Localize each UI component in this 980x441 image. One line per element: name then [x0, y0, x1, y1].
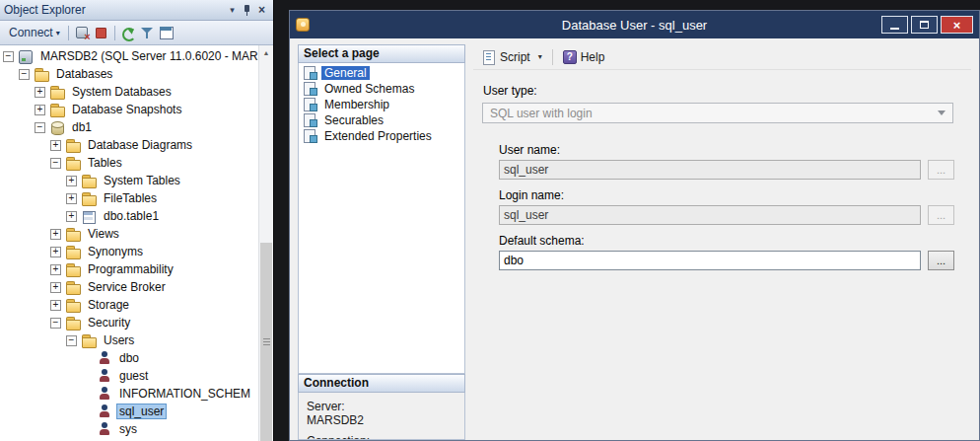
tree-item-users[interactable]: −Users [0, 331, 273, 349]
tree-item-sql-user[interactable]: sql_user [0, 403, 273, 420]
tree-item-filetables[interactable]: +FileTables [0, 189, 273, 207]
user-type-dropdown[interactable]: SQL user with login [482, 103, 953, 123]
help-button[interactable]: ? Help [559, 48, 609, 66]
user-name-input[interactable] [499, 160, 921, 180]
page-list: GeneralOwned SchemasMembershipSecurables… [298, 63, 465, 374]
dialog-body: Select a page GeneralOwned SchemasMember… [290, 38, 979, 440]
user-type-value: SQL user with login [490, 107, 938, 120]
collapse-icon[interactable]: − [50, 318, 61, 329]
database-user-dialog: Database User - sql_user × Select a page… [289, 10, 980, 441]
chevron-down-icon[interactable]: ▾ [225, 3, 240, 18]
user-name-browse-button[interactable]: ... [928, 160, 954, 180]
tree-item-databases[interactable]: −Databases [0, 65, 273, 83]
minimize-button[interactable] [881, 16, 908, 34]
expand-icon[interactable]: + [50, 140, 61, 151]
tree-item-guest[interactable]: guest [0, 367, 273, 385]
collapse-icon[interactable]: − [3, 51, 14, 62]
scrollbar-thumb[interactable] [260, 243, 272, 441]
tree-item-storage[interactable]: +Storage [0, 296, 273, 314]
folder-icon [34, 67, 49, 81]
tree-item-dbo-table1[interactable]: +dbo.table1 [0, 207, 273, 225]
folder-icon [81, 174, 97, 187]
login-name-browse-button[interactable]: ... [928, 205, 954, 225]
script-button-label: Script [500, 50, 530, 64]
tree-item-system-databases[interactable]: +System Databases [0, 83, 273, 101]
tree-item-tables[interactable]: −Tables [0, 154, 273, 172]
page-item-label: Owned Schemas [321, 82, 417, 96]
collapse-icon[interactable]: − [66, 335, 77, 346]
object-explorer-panel: Object Explorer ▾ × Connect ▾ −MARSDB2 (… [0, 0, 274, 441]
tree-item-information-schem[interactable]: INFORMATION_SCHEM [0, 385, 273, 403]
page-item-extended-properties[interactable]: Extended Properties [299, 128, 464, 144]
toolbar-separator [68, 26, 69, 40]
tree-item-sys[interactable]: sys [0, 420, 273, 438]
connection-label: Connection: [307, 434, 456, 440]
folder-icon [49, 103, 65, 116]
tree-item-database-diagrams[interactable]: +Database Diagrams [0, 136, 273, 154]
login-name-input[interactable] [499, 205, 921, 225]
default-schema-input[interactable] [499, 251, 921, 270]
tree-item-system-tables[interactable]: +System Tables [0, 172, 273, 189]
tree-item-programmability[interactable]: +Programmability [0, 260, 273, 278]
tree-item-synonyms[interactable]: +Synonyms [0, 243, 273, 260]
expand-icon[interactable]: + [66, 193, 77, 204]
expand-icon[interactable]: + [66, 176, 77, 186]
page-icon [303, 98, 318, 111]
tree-item-views[interactable]: +Views [0, 225, 273, 243]
tree-scrollbar[interactable]: ▲ [258, 45, 273, 441]
maximize-button[interactable] [911, 16, 938, 34]
close-icon[interactable]: × [254, 3, 269, 18]
filter-icon[interactable] [139, 25, 156, 40]
page-item-membership[interactable]: Membership [299, 97, 464, 112]
expand-icon[interactable]: + [50, 300, 61, 311]
user-name-label: User name: [499, 143, 971, 158]
folder-icon [65, 280, 81, 294]
tree-item-service-broker[interactable]: +Service Broker [0, 278, 273, 296]
page-item-securables[interactable]: Securables [299, 112, 464, 128]
folder-icon [65, 245, 81, 258]
tree-item-label: Database Diagrams [85, 137, 195, 153]
connect-button[interactable]: Connect ▾ [5, 24, 64, 41]
default-schema-label: Default schema: [499, 234, 971, 249]
expand-icon[interactable]: + [35, 105, 45, 115]
collapse-icon[interactable]: − [35, 122, 45, 133]
tree-item-label: System Tables [101, 173, 183, 188]
disconnect-icon[interactable] [74, 25, 91, 40]
user-name-row: ... [499, 160, 971, 180]
tree-item-label: guest [116, 368, 151, 384]
close-button[interactable]: × [941, 16, 973, 34]
pin-icon[interactable] [240, 3, 254, 18]
tree-item-dbo[interactable]: dbo [0, 349, 273, 367]
collapse-icon[interactable]: − [50, 158, 61, 169]
default-schema-browse-button[interactable]: ... [928, 251, 954, 270]
page-item-owned-schemas[interactable]: Owned Schemas [299, 81, 464, 97]
tree-item-label: sql_user [116, 404, 167, 419]
tree-item-database-snapshots[interactable]: +Database Snapshots [0, 101, 273, 118]
tree-item-security[interactable]: −Security [0, 314, 273, 331]
tree-item-label: Users [101, 332, 137, 348]
tree-item-db1[interactable]: −db1 [0, 118, 273, 136]
activity-monitor-icon[interactable] [158, 25, 175, 40]
server-icon [18, 49, 34, 63]
script-button[interactable]: Script [477, 47, 534, 66]
database-icon [49, 120, 65, 134]
expand-icon[interactable]: + [50, 247, 61, 257]
scroll-up-icon[interactable]: ▲ [259, 45, 273, 60]
expand-icon[interactable]: + [35, 87, 45, 98]
expand-icon[interactable]: + [50, 282, 61, 293]
folder-icon [65, 298, 81, 312]
collapse-icon[interactable]: − [19, 69, 30, 80]
refresh-icon[interactable] [120, 25, 137, 40]
expand-icon[interactable]: + [50, 229, 61, 240]
folder-icon [65, 262, 81, 276]
stop-icon[interactable] [93, 25, 109, 40]
page-selector-panel: Select a page GeneralOwned SchemasMember… [298, 44, 465, 440]
tree-item-label: System Databases [69, 84, 175, 100]
page-item-general[interactable]: General [299, 65, 464, 81]
script-dropdown-chevron-icon[interactable]: ▾ [534, 49, 546, 64]
tree-item-marsdb2-sql-server-11-0-6020-marsd[interactable]: −MARSDB2 (SQL Server 11.0.6020 - MARSD [0, 47, 273, 65]
object-explorer-title: Object Explorer [4, 3, 86, 17]
expand-icon[interactable]: + [50, 264, 61, 275]
user-icon [97, 404, 112, 418]
expand-icon[interactable]: + [66, 211, 77, 222]
